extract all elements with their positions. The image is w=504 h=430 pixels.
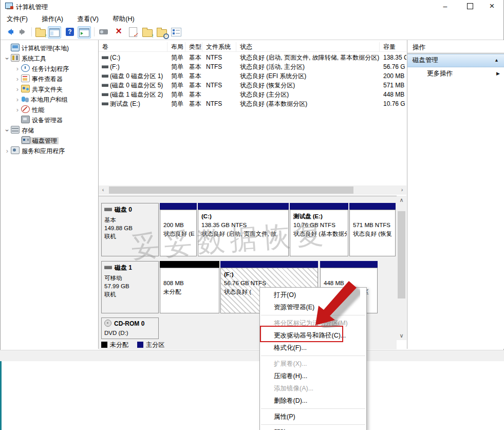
table-row[interactable]: (磁盘 1 磁盘分区 2) 简单 基本 状态良好 (主分区) 448 MB [99,90,406,99]
sidebar-item-system-tools[interactable]: ›系统工具 [1,53,98,64]
scroll-right-icon[interactable]: › [398,185,406,195]
scrollbar-thumb[interactable] [398,211,405,298]
scroll-up-icon[interactable]: ∧ [397,196,406,204]
menu-item-help[interactable]: 帮助(H) [260,426,366,430]
primary-partition-swatch [137,342,143,348]
expander-collapsed-icon[interactable]: › [14,95,21,105]
menu-item-add-mirror: 添加镜像(A)... [260,382,366,395]
maximize-button[interactable] [458,0,481,13]
col-type[interactable]: 类型 [185,42,202,51]
sidebar-item-task-scheduler[interactable]: ›任务计划程序 [1,64,98,74]
properties-doc-icon[interactable]: ✓ [127,26,139,38]
table-row[interactable]: (磁盘 0 磁盘分区 1) 简单 基本 状态良好 (EFI 系统分区) 200 … [99,71,406,81]
col-layout[interactable]: 布局 [167,42,185,51]
open-folder-icon[interactable]: ↑ [34,26,47,38]
flyout-icon[interactable]: ▶ [496,67,500,80]
collapse-icon[interactable]: ▲ [494,54,499,66]
minimize-button[interactable]: – [434,0,457,13]
disk-icon [104,208,112,211]
menu-separator [261,424,365,425]
help-icon[interactable]: ? [64,26,77,38]
col-status[interactable]: 状态 [236,42,380,51]
expander-collapsed-icon[interactable]: › [14,105,21,115]
primary-partition-bar [220,261,318,268]
close-button[interactable]: × [480,0,503,13]
title-bar: 计算机管理 – × [1,0,503,13]
status-bar [0,350,504,361]
console-tree-icon[interactable] [48,26,61,39]
table-row[interactable]: (磁盘 0 磁盘分区 5) 简单 基本 NTFS 状态良好 (恢复分区) 571… [99,81,406,90]
sidebar-item-storage[interactable]: ›存储 [1,125,98,136]
table-row[interactable]: 测试盘 (E:) 简单 基本 NTFS 状态良好 (基本数据分区) 10.76 … [99,99,406,108]
checklist-icon[interactable] [170,26,182,38]
computer-icon [11,44,20,51]
menu-item-delete-volume[interactable]: 删除卷(D)... [260,395,366,407]
search-folder-icon[interactable] [156,26,168,38]
back-icon[interactable] [4,26,16,38]
actions-header: 操作 [413,43,425,52]
more-actions-item[interactable]: 更多操作 ▶ [407,67,504,80]
primary-partition-bar [320,261,378,268]
cdrom-label[interactable]: CD-ROM 0 DVD (D:) [101,317,159,339]
system-tools-icon [11,54,20,62]
menu-file[interactable]: 文件(F) [1,13,34,24]
menu-item-explorer[interactable]: 资源管理器(E) [260,301,366,313]
unallocated-bar [160,261,219,268]
scroll-down-icon[interactable]: ∨ [397,331,406,340]
show-action-pane-icon[interactable] [78,26,91,39]
sidebar-item-disk-management[interactable]: 磁盘管理 [1,136,98,146]
actions-panel: 操作 磁盘管理 ▲ 更多操作 ▶ [407,40,504,349]
menu-item-format[interactable]: 格式化(F)... [260,342,366,354]
sidebar-item-computer-management[interactable]: 计算机管理(本地) [1,43,98,53]
sidebar-item-performance[interactable]: ›性能 [1,105,98,115]
services-icon [11,146,20,154]
menu-item-open[interactable]: 打开(O) [260,289,366,301]
menu-action[interactable]: 操作(A) [35,13,69,24]
expander-collapsed-icon[interactable]: › [14,74,21,84]
sidebar-item-services-applications[interactable]: ›服务和应用程序 [1,146,98,156]
sidebar-item-device-manager[interactable]: 设备管理器 [1,115,98,125]
col-filesystem[interactable]: 文件系统 [202,42,236,51]
primary-partition-bar [198,203,289,210]
screen: 计算机管理 – × 文件(F) 操作(A) 查看(V) 帮助(H) ↑ ? × … [0,0,504,430]
horizontal-scrollbar[interactable]: ‹ › [99,185,406,195]
expander-collapsed-icon[interactable]: › [14,84,21,95]
delete-icon[interactable]: × [113,26,125,38]
col-volume[interactable]: 卷 [99,42,167,51]
partition-recovery[interactable]: 571 MB NTFS 状态良好 (恢复 [349,203,396,256]
partition-e[interactable]: 测试盘 (E:) 10.76 GB NTFS 状态良好 (基本数据分 [290,203,348,256]
menu-item-extend-volume: 扩展卷(X)... [260,358,366,370]
unallocated-swatch [101,342,107,348]
shared-folders-icon [21,85,30,92]
disk1-label[interactable]: 磁盘 1 可移动 57.99 GB 联机 [101,261,159,313]
device-icon[interactable] [98,26,110,38]
table-row[interactable]: (F:) 简单 基本 NTFS 状态良好 (活动, 主分区) 56.76 G [99,62,406,71]
table-row[interactable]: (C:) 简单 基本 NTFS 状态良好 (启动, 页面文件, 故障转储, 基本… [99,53,406,62]
scrollbar-thumb[interactable] [109,186,353,194]
disk0-label[interactable]: 磁盘 0 基本 149.88 GB 联机 [101,203,159,256]
col-capacity[interactable]: 容量 [380,42,406,51]
menu-item-properties[interactable]: 属性(P) [260,410,366,423]
scroll-left-icon[interactable]: ‹ [99,185,107,195]
sidebar-item-local-users-groups[interactable]: ›本地用户和组 [1,95,98,105]
performance-icon [21,105,30,113]
partition-c[interactable]: (C:) 138.35 GB NTFS 状态良好 (启动, 页面文件, 故 [198,203,289,256]
menu-view[interactable]: 查看(V) [71,13,105,24]
sidebar-item-shared-folders[interactable]: ›共享文件夹 [1,84,98,95]
actions-group-disk-management[interactable]: 磁盘管理 ▲ [407,54,504,67]
menu-help[interactable]: 帮助(H) [106,13,140,24]
partition-unallocated[interactable]: 808 MB 未分配 [160,261,219,313]
annotation-highlight-box [260,326,343,342]
menu-separator [261,315,365,315]
expander-collapsed-icon[interactable]: › [14,64,21,74]
upload-folder-icon[interactable]: ↑ [141,26,154,38]
cdrom-icon [104,320,111,327]
vertical-scrollbar[interactable]: ∧ ∨ [397,196,406,340]
menu-item-shrink-volume[interactable]: 压缩卷(H)... [260,370,366,382]
menu-separator [261,356,365,356]
partition-efi[interactable]: 200 MB 状态良好 (E [160,203,197,256]
forward-icon[interactable] [17,26,29,38]
expander-collapsed-icon[interactable]: › [4,146,11,156]
volume-list-header: 卷 布局 类型 文件系统 状态 容量 [99,40,406,52]
sidebar-item-event-viewer[interactable]: ›事件查看器 [1,74,98,84]
